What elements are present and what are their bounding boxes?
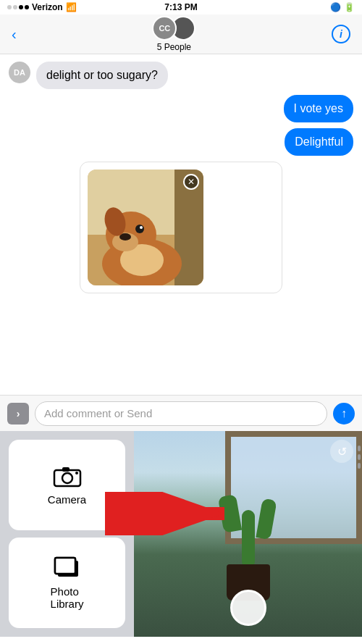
scroll-dot-1 — [358, 446, 361, 451]
scroll-indicator — [358, 446, 361, 605]
message-incoming-0: DA delight or too sugary? — [9, 62, 353, 89]
info-icon: i — [340, 28, 342, 40]
bubble-outgoing-1: I vote yes — [284, 95, 353, 122]
message-outgoing-1: I vote yes — [9, 95, 353, 122]
photo-library-button[interactable]: PhotoLibrary — [9, 538, 125, 628]
signal-dot-1 — [7, 5, 12, 9]
message-outgoing-2: Delightful — [9, 128, 353, 156]
time-display: 7:13 PM — [164, 2, 197, 12]
rotate-icon: ↺ — [337, 445, 347, 459]
close-attachment-button[interactable]: ✕ — [183, 174, 199, 190]
status-right: 🔵 🔋 — [330, 2, 355, 12]
sender-avatar: DA — [9, 62, 30, 83]
expand-icon: › — [17, 408, 20, 419]
comment-input[interactable]: Add comment or Send — [35, 401, 327, 426]
camera-icon — [53, 464, 82, 488]
bubble-outgoing-2: Delightful — [285, 128, 353, 156]
signal-dot-2 — [13, 5, 17, 9]
photo-library-label: PhotoLibrary — [51, 585, 84, 610]
photo-library-icon — [54, 556, 81, 580]
info-button[interactable]: i — [332, 25, 350, 43]
svg-point-10 — [140, 226, 143, 229]
nav-center: CC 5 People — [152, 16, 195, 52]
attachment-area: ✕ — [80, 162, 282, 293]
scroll-dot-3 — [358, 463, 361, 469]
bottom-panel: Camera PhotoLibrary ↺ — [0, 431, 362, 637]
signal-dot-3 — [19, 5, 23, 9]
svg-point-13 — [62, 473, 72, 483]
send-icon: ↑ — [341, 407, 347, 420]
dog-photo: ✕ — [88, 170, 203, 285]
bubble-incoming-0: delight or too sugary? — [36, 62, 168, 89]
wifi-icon: 📶 — [66, 2, 77, 12]
svg-point-9 — [135, 225, 144, 233]
svg-point-15 — [75, 472, 78, 474]
cactus-stem — [242, 510, 255, 568]
send-button[interactable]: ↑ — [333, 403, 355, 425]
messages-area: DA delight or too sugary? I vote yes Del… — [0, 54, 362, 395]
camera-label: Camera — [48, 493, 86, 506]
red-arrow — [105, 492, 235, 535]
avatar-cc: CC — [152, 16, 177, 41]
back-button[interactable]: ‹ — [12, 26, 17, 43]
signal-dots — [7, 5, 29, 9]
status-left: Verizon 📶 — [7, 2, 77, 12]
battery-icon: 🔋 — [344, 2, 355, 12]
signal-dot-4 — [25, 5, 29, 9]
carrier-label: Verizon — [32, 2, 63, 12]
nav-bar: ‹ CC 5 People i — [0, 14, 362, 54]
shutter-button[interactable] — [230, 590, 266, 626]
input-bar: › Add comment or Send ↑ — [0, 395, 362, 431]
expand-button[interactable]: › — [7, 403, 29, 425]
back-chevron-icon: ‹ — [12, 26, 17, 43]
bluetooth-icon: 🔵 — [330, 2, 341, 12]
group-avatars: CC — [152, 16, 195, 41]
attachment-wrapper: ✕ — [9, 162, 353, 293]
status-bar: Verizon 📶 7:13 PM 🔵 🔋 — [0, 0, 362, 14]
svg-rect-14 — [62, 467, 70, 472]
scroll-dot-2 — [358, 454, 361, 460]
group-people-count: 5 People — [157, 42, 191, 52]
svg-rect-18 — [55, 558, 75, 574]
input-placeholder: Add comment or Send — [44, 407, 152, 419]
camera-rotate-button[interactable]: ↺ — [330, 440, 353, 463]
